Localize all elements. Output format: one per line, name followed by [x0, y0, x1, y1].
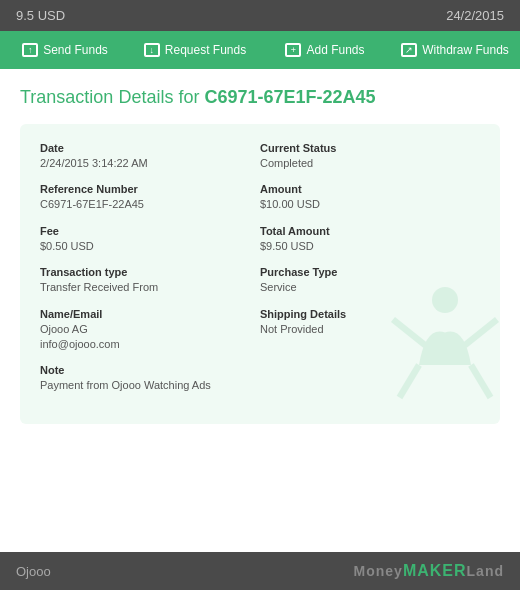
send-funds-label: Send Funds	[43, 43, 108, 57]
page-title: Transaction Details for C6971-67E1F-22A4…	[20, 87, 500, 108]
fee-group: Fee $0.50 USD	[40, 225, 260, 254]
date-label: Date	[40, 142, 250, 154]
svg-line-3	[393, 319, 426, 345]
footer: Ojooo MoneyMAKERLand	[0, 552, 520, 590]
tx-type-label: Transaction type	[40, 266, 250, 278]
ref-group: Reference Number C6971-67E1F-22A45	[40, 183, 260, 212]
transaction-card: Date 2/24/2015 3:14:22 AM Reference Numb…	[20, 124, 500, 424]
footer-brand: MoneyMAKERLand	[354, 562, 504, 580]
status-label: Current Status	[260, 142, 470, 154]
footer-left: Ojooo	[16, 564, 51, 579]
tx-type-value: Transfer Received From	[40, 280, 250, 295]
ref-label: Reference Number	[40, 183, 250, 195]
email-value: info@ojooo.com	[40, 337, 250, 352]
add-funds-icon: +	[285, 43, 301, 57]
withdraw-funds-button[interactable]: ↗ Withdraw Funds	[390, 31, 520, 69]
top-amount: 9.5 USD	[16, 8, 65, 23]
svg-line-2	[471, 365, 491, 398]
amount-label: Amount	[260, 183, 470, 195]
amount-value: $10.00 USD	[260, 197, 470, 212]
tx-type-group: Transaction type Transfer Received From	[40, 266, 260, 295]
request-funds-label: Request Funds	[165, 43, 246, 57]
left-column: Date 2/24/2015 3:14:22 AM Reference Numb…	[40, 142, 260, 406]
fee-value: $0.50 USD	[40, 239, 250, 254]
add-funds-label: Add Funds	[306, 43, 364, 57]
nav-bar: ↑ Send Funds ↓ Request Funds + Add Funds…	[0, 31, 520, 69]
main-content: Transaction Details for C6971-67E1F-22A4…	[0, 69, 520, 434]
send-funds-icon: ↑	[22, 43, 38, 57]
total-label: Total Amount	[260, 225, 470, 237]
top-date: 24/2/2015	[446, 8, 504, 23]
total-value: $9.50 USD	[260, 239, 470, 254]
name-email-group: Name/Email Ojooo AG info@ojooo.com	[40, 308, 260, 353]
date-group: Date 2/24/2015 3:14:22 AM	[40, 142, 260, 171]
status-group: Current Status Completed	[260, 142, 480, 171]
status-value: Completed	[260, 156, 470, 171]
name-email-label: Name/Email	[40, 308, 250, 320]
request-funds-button[interactable]: ↓ Request Funds	[130, 31, 260, 69]
note-group: Note Payment from Ojooo Watching Ads	[40, 364, 260, 393]
svg-line-1	[400, 365, 420, 398]
note-label: Note	[40, 364, 250, 376]
transaction-id: C6971-67E1F-22A45	[204, 87, 375, 107]
name-value: Ojooo AG	[40, 322, 250, 337]
withdraw-funds-icon: ↗	[401, 43, 417, 57]
ref-value: C6971-67E1F-22A45	[40, 197, 250, 212]
watermark-icon	[380, 274, 500, 404]
title-prefix: Transaction Details for	[20, 87, 204, 107]
total-group: Total Amount $9.50 USD	[260, 225, 480, 254]
withdraw-funds-label: Withdraw Funds	[422, 43, 509, 57]
add-funds-button[interactable]: + Add Funds	[260, 31, 390, 69]
fee-label: Fee	[40, 225, 250, 237]
svg-point-0	[432, 287, 458, 313]
send-funds-button[interactable]: ↑ Send Funds	[0, 31, 130, 69]
note-value: Payment from Ojooo Watching Ads	[40, 378, 250, 393]
svg-line-4	[465, 319, 498, 345]
request-funds-icon: ↓	[144, 43, 160, 57]
date-value: 2/24/2015 3:14:22 AM	[40, 156, 250, 171]
amount-group: Amount $10.00 USD	[260, 183, 480, 212]
top-bar: 9.5 USD 24/2/2015	[0, 0, 520, 31]
